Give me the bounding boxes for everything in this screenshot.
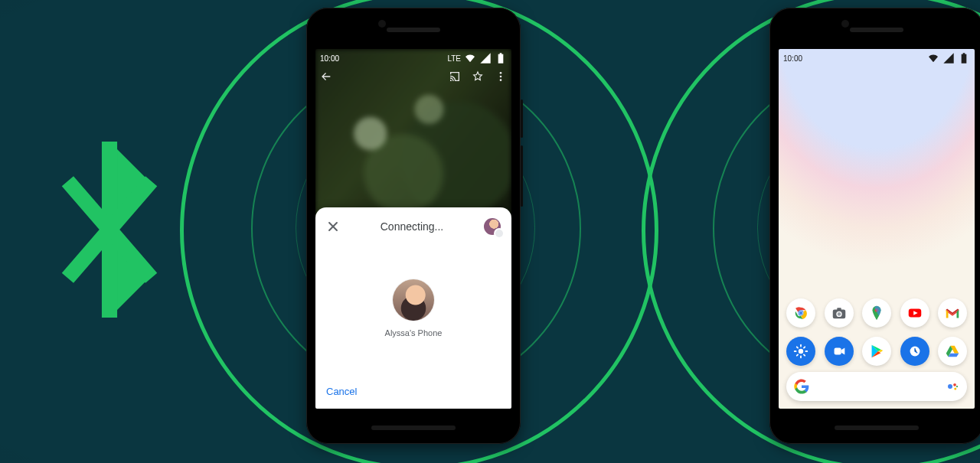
- status-time: 10:00: [320, 54, 339, 63]
- cancel-button[interactable]: Cancel: [326, 386, 357, 397]
- star-icon[interactable]: [472, 70, 484, 83]
- self-avatar[interactable]: [484, 218, 501, 235]
- battery-icon: [958, 52, 970, 64]
- svg-rect-20: [803, 354, 806, 357]
- wifi-icon: [927, 52, 939, 64]
- back-icon[interactable]: [320, 70, 332, 83]
- status-net-label: LTE: [447, 54, 461, 63]
- svg-point-5: [799, 311, 803, 315]
- svg-point-1: [500, 76, 502, 78]
- assistant-icon[interactable]: [946, 380, 959, 393]
- svg-rect-19: [795, 354, 799, 357]
- svg-point-26: [954, 388, 956, 390]
- status-bar: 10:00: [783, 52, 970, 64]
- sender-phone: 10:00 LTE: [306, 8, 521, 444]
- signal-icon: [942, 52, 955, 64]
- app-row-1: [786, 298, 967, 328]
- maps-icon[interactable]: [862, 298, 891, 328]
- sheet-title: Connecting...: [381, 220, 444, 233]
- gmail-icon[interactable]: [938, 298, 967, 328]
- bluetooth-icon: [46, 134, 172, 325]
- signal-icon: [479, 52, 492, 64]
- svg-rect-15: [800, 356, 802, 359]
- duo-icon[interactable]: [825, 337, 854, 366]
- photo-app-bar: [320, 67, 507, 86]
- settings-icon[interactable]: [786, 337, 815, 366]
- drive-icon[interactable]: [938, 337, 967, 366]
- promo-stage: 10:00 LTE: [0, 0, 980, 463]
- svg-point-13: [799, 349, 803, 354]
- play-store-icon[interactable]: [862, 337, 891, 366]
- svg-point-24: [948, 384, 952, 389]
- svg-point-9: [837, 312, 841, 316]
- svg-rect-22: [834, 347, 841, 354]
- svg-point-25: [953, 383, 956, 386]
- cast-icon[interactable]: [449, 70, 461, 83]
- share-target[interactable]: Alyssa's Phone: [385, 279, 443, 337]
- status-time: 10:00: [783, 54, 802, 63]
- receiver-phone: 10:00: [769, 8, 980, 444]
- svg-rect-18: [803, 346, 806, 349]
- svg-rect-14: [800, 344, 802, 347]
- app-row-2: [786, 337, 967, 366]
- svg-rect-7: [837, 308, 841, 310]
- youtube-icon[interactable]: [900, 298, 929, 328]
- svg-rect-17: [794, 351, 797, 352]
- svg-point-2: [500, 79, 502, 81]
- camera-icon[interactable]: [825, 298, 854, 328]
- google-g-icon: [794, 379, 809, 394]
- svg-rect-21: [795, 346, 799, 349]
- svg-point-27: [956, 386, 958, 387]
- svg-rect-16: [805, 351, 808, 352]
- target-name: Alyssa's Phone: [385, 328, 443, 337]
- wifi-icon: [464, 52, 476, 64]
- share-sheet: Connecting... Alyssa's Phone Cancel: [315, 207, 511, 409]
- battery-icon: [495, 52, 507, 64]
- clock-icon[interactable]: [900, 337, 929, 366]
- svg-point-0: [500, 72, 502, 74]
- close-icon[interactable]: [326, 220, 340, 233]
- chrome-icon[interactable]: [786, 298, 815, 328]
- more-icon[interactable]: [495, 70, 507, 83]
- search-bar[interactable]: [786, 372, 967, 401]
- status-bar: 10:00 LTE: [320, 52, 507, 64]
- target-avatar: [393, 279, 434, 321]
